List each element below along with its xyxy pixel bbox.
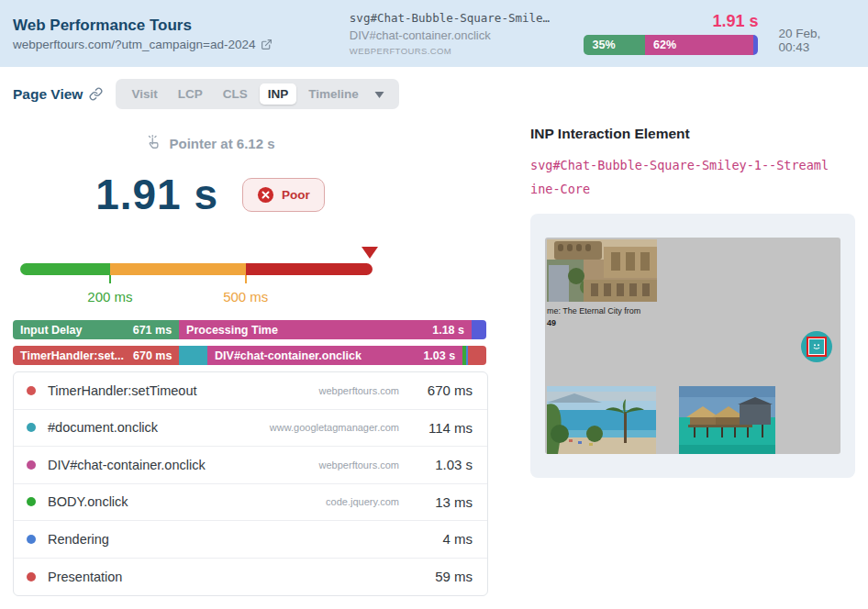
legend-dot: [27, 572, 36, 581]
site-url[interactable]: webperftours.com/?utm_campaign=ad-2024: [13, 38, 350, 51]
inp-element-selector: svg#Chat-Bubble-Square-Smiley-1--Streaml…: [530, 153, 833, 202]
site-title: Web Performance Tours: [13, 17, 350, 35]
interaction-summary: svg#Chat-Bubble-Square-Smile… DIV#chat-c…: [350, 11, 570, 56]
link-icon[interactable]: [89, 87, 103, 101]
header-inp-value: 1.91 s: [584, 12, 758, 31]
inp-element-panel: INP Interaction Element svg#Chat-Bubble-…: [530, 109, 855, 596]
page-screenshot: me: The Eternal City from 49: [545, 238, 840, 454]
table-row-body-onclick[interactable]: BODY.onclick code.jquery.com 13 ms: [14, 484, 487, 522]
screenshot-image-rome: [547, 239, 657, 302]
main-content: Pointer at 6.12 s 1.91 s Poor 200 ms 500…: [0, 109, 868, 596]
table-row-rendering[interactable]: Rendering 4 ms: [14, 521, 487, 559]
threshold-tick-200ms: [109, 275, 111, 283]
script-document-onclick[interactable]: [179, 346, 207, 365]
pointer-label: Pointer at 6.12 s: [169, 136, 274, 151]
interaction-domain: WEBPERFTOURS.COM: [350, 46, 570, 56]
phase-presentation-delay[interactable]: [472, 320, 486, 339]
event-label: Presentation: [48, 570, 399, 584]
caption-line2: 49: [547, 317, 640, 330]
interaction-element-selector: svg#Chat-Bubble-Square-Smile…: [350, 11, 570, 25]
table-row-presentation[interactable]: Presentation 59 ms: [14, 559, 487, 596]
page-view-label: Page View: [13, 86, 83, 103]
phase-input-delay[interactable]: Input Delay671 ms: [13, 320, 179, 339]
bar-segment-presentation: [753, 35, 759, 55]
view-tabs: Visit LCP CLS INP Timeline: [116, 79, 398, 109]
chevron-down-icon[interactable]: [371, 89, 392, 99]
event-duration: 59 ms: [416, 569, 473, 584]
page-view-link[interactable]: Page View: [13, 86, 103, 103]
toolbar: Page View Visit LCP CLS INP Timeline: [0, 67, 868, 109]
threshold-label-good: 200 ms: [87, 289, 132, 304]
event-duration: 114 ms: [416, 420, 473, 436]
threshold-good-segment: [20, 263, 110, 275]
panel-title: INP Interaction Element: [530, 126, 855, 142]
legend-dot: [27, 460, 36, 470]
tab-inp[interactable]: INP: [260, 83, 297, 105]
interaction-type-row: Pointer at 6.12 s: [13, 135, 407, 151]
script-breakdown-bar: TimerHandler:set...670 ms DIV#chat-conta…: [13, 346, 486, 365]
screenshot-caption: me: The Eternal City from 49: [547, 305, 640, 330]
tab-cls[interactable]: CLS: [215, 83, 256, 105]
legend-dot: [27, 386, 36, 395]
legend-dot: [27, 497, 36, 506]
threshold-bar: [20, 263, 373, 275]
current-value-marker-icon: [362, 247, 378, 259]
chat-bubble-smiley-icon: [801, 331, 832, 362]
event-domain: www.googletagmanager.com: [270, 422, 399, 433]
inp-metric-row: 1.91 s Poor: [13, 170, 407, 219]
event-label: BODY.onclick: [48, 494, 326, 509]
table-row-document-onclick[interactable]: #document.onclick www.googletagmanager.c…: [14, 410, 487, 448]
event-domain: code.jquery.com: [326, 496, 399, 507]
threshold-poor-segment: [246, 263, 373, 275]
table-row-timerhandler[interactable]: TimerHandler:setTimeout webperftours.com…: [14, 372, 487, 410]
screenshot-image-beach: [547, 386, 656, 454]
page-header: Web Performance Tours webperftours.com/?…: [0, 0, 868, 67]
script-presentation[interactable]: [468, 346, 486, 365]
threshold-label-poor: 500 ms: [223, 289, 268, 304]
event-duration: 1.03 s: [416, 457, 473, 472]
event-label: #document.onclick: [48, 420, 270, 435]
script-chat-container-onclick[interactable]: DIV#chat-container.onclick1.03 s: [207, 346, 462, 365]
element-screenshot-card: me: The Eternal City from 49: [530, 214, 855, 478]
event-domain: webperftours.com: [319, 385, 399, 396]
phase-breakdown-bar: Input Delay671 ms Processing Time1.18 s: [13, 320, 486, 339]
inp-detail-panel: Pointer at 6.12 s 1.91 s Poor 200 ms 500…: [13, 109, 488, 596]
threshold-scale: 200 ms 500 ms: [20, 263, 373, 320]
event-breakdown-table: TimerHandler:setTimeout webperftours.com…: [13, 371, 488, 596]
inp-value: 1.91 s: [95, 170, 218, 219]
event-label: TimerHandler:setTimeout: [48, 383, 319, 398]
legend-dot: [27, 423, 36, 432]
header-inp-breakdown-bar: 35% 62%: [584, 35, 758, 55]
event-domain: webperftours.com: [319, 460, 399, 471]
event-duration: 670 ms: [416, 382, 473, 398]
caption-line1: me: The Eternal City from: [547, 305, 640, 318]
timestamp: 20 Feb, 00:43: [778, 14, 853, 54]
x-circle-icon: [257, 186, 274, 204]
threshold-needs-improvement-segment: [110, 263, 246, 275]
event-duration: 4 ms: [416, 531, 473, 547]
event-label: Rendering: [48, 532, 399, 547]
tab-lcp[interactable]: LCP: [170, 83, 211, 105]
event-duration: 13 ms: [416, 494, 473, 510]
external-link-icon[interactable]: [261, 39, 273, 50]
phase-processing-time[interactable]: Processing Time1.18 s: [179, 320, 472, 339]
bar-segment-input-delay: 35%: [584, 35, 645, 55]
tab-timeline[interactable]: Timeline: [300, 83, 367, 105]
rating-label: Poor: [282, 188, 310, 202]
interaction-handler: DIV#chat-container.onclick: [350, 28, 570, 42]
site-info: Web Performance Tours webperftours.com/?…: [13, 17, 350, 51]
script-timerhandler[interactable]: TimerHandler:set...670 ms: [13, 346, 179, 365]
legend-dot: [27, 535, 36, 544]
screenshot-image-bungalows: [679, 386, 775, 454]
pointer-tap-icon: [145, 135, 161, 151]
event-label: DIV#chat-container.onclick: [48, 458, 319, 472]
tab-visit[interactable]: Visit: [123, 83, 165, 105]
rating-badge: Poor: [242, 178, 325, 212]
bar-segment-processing: 62%: [645, 35, 753, 55]
header-inp-metric: 1.91 s 35% 62%: [584, 12, 758, 55]
site-url-text: webperftours.com/?utm_campaign=ad-2024: [13, 38, 256, 51]
threshold-tick-500ms: [245, 275, 247, 283]
table-row-chat-container[interactable]: DIV#chat-container.onclick webperftours.…: [14, 447, 487, 484]
